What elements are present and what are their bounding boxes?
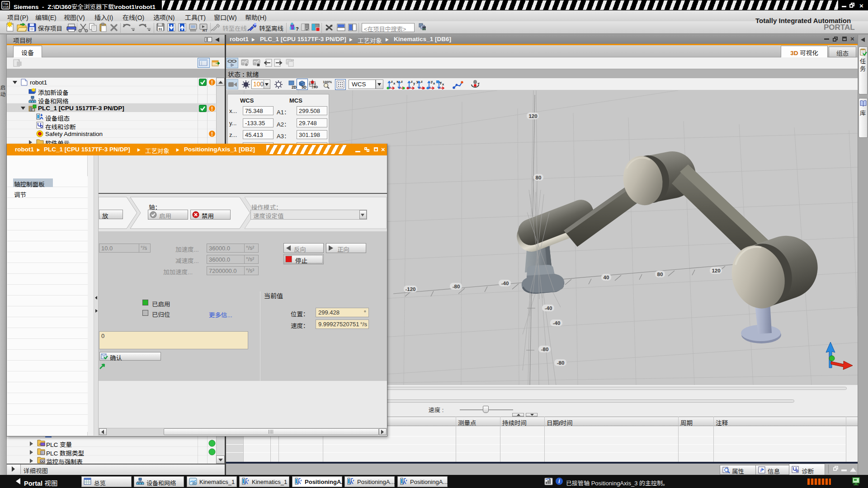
svg-text:-80: -80 <box>557 360 565 366</box>
svg-text:80: 80 <box>657 272 663 277</box>
svg-text:z: z <box>411 80 413 84</box>
svg-text:?: ? <box>296 26 299 32</box>
svg-text:120: 120 <box>528 113 537 119</box>
svg-text:-80: -80 <box>541 347 549 352</box>
svg-text:x: x <box>393 81 396 85</box>
svg-text:80: 80 <box>536 175 542 180</box>
svg-text:x: x <box>433 81 435 85</box>
svg-text:2D: 2D <box>292 85 297 89</box>
svg-text:-40: -40 <box>545 305 552 311</box>
svg-text:40: 40 <box>604 275 609 280</box>
svg-text:-80: -80 <box>453 284 460 289</box>
svg-text:3D: 3D <box>313 85 318 89</box>
svg-text:01: 01 <box>159 28 162 31</box>
svg-text:-40: -40 <box>553 320 561 326</box>
svg-text:!: ! <box>211 106 213 112</box>
svg-text:z: z <box>391 80 393 84</box>
svg-text:y: y <box>413 81 415 85</box>
svg-text:3D: 3D <box>302 85 307 89</box>
svg-text:z: z <box>401 80 403 84</box>
svg-text:!: ! <box>211 131 213 137</box>
svg-text:-120: -120 <box>405 286 415 292</box>
svg-text:120: 120 <box>712 268 720 273</box>
svg-text:!: ! <box>211 80 213 86</box>
svg-text:x: x <box>442 82 444 86</box>
svg-text:100%: 100% <box>323 80 332 84</box>
svg-text:z: z <box>421 80 423 84</box>
svg-text:RT: RT <box>203 28 208 33</box>
svg-text:-40: -40 <box>501 281 509 286</box>
svg-text:3D: 3D <box>192 482 196 485</box>
